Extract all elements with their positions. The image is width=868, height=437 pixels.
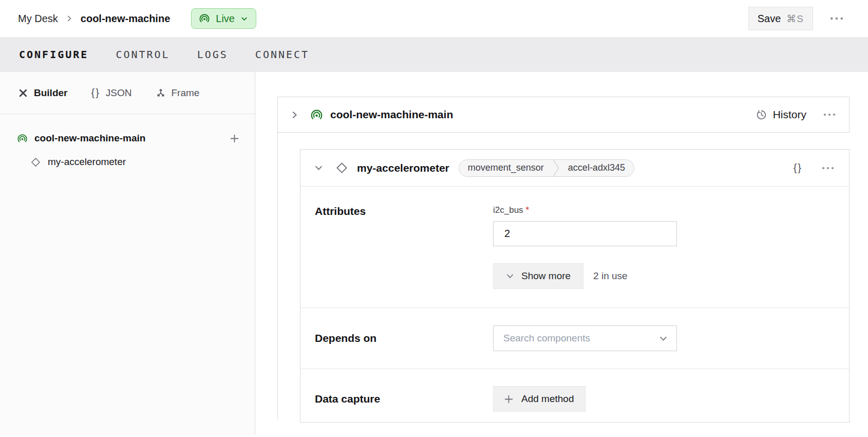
component-card-more-menu-icon[interactable] (821, 163, 835, 173)
show-more-button-label: Show more (521, 270, 571, 282)
component-tree: cool-new-machine-main my-accelerometer (0, 114, 255, 174)
breadcrumb-chevron-icon (66, 15, 73, 22)
i2c-bus-field-label: i2c_bus* (493, 205, 677, 215)
depends-on-select[interactable]: Search components (493, 325, 677, 351)
component-type-badge: movement_sensor accel-adxl345 (459, 159, 634, 177)
attributes-section-label: Attributes (300, 205, 493, 289)
tree-item-label: cool-new-machine-main (34, 133, 145, 144)
tree-connector-line (277, 133, 278, 420)
chevron-down-icon (240, 15, 248, 23)
chevron-down-icon (506, 272, 514, 280)
json-braces-icon: {} (91, 87, 100, 99)
mode-json[interactable]: {} JSON (91, 87, 131, 99)
main-nav-tabs: CONFIGURE CONTROL LOGS CONNECT (0, 37, 868, 72)
broadcast-icon (17, 133, 28, 144)
save-shortcut-hint: ⌘S (786, 13, 804, 25)
attributes-fields: i2c_bus* Show more 2 in use (493, 205, 677, 289)
data-capture-section: Data capture Add method (300, 369, 849, 422)
component-card-title: my-accelerometer (357, 162, 449, 174)
tab-logs[interactable]: LOGS (197, 48, 228, 61)
breadcrumb-parent-link[interactable]: My Desk (18, 13, 58, 25)
broadcast-icon (310, 108, 323, 121)
diamond-icon (335, 161, 348, 174)
depends-on-section-label: Depends on (300, 332, 493, 344)
add-component-icon[interactable] (230, 134, 239, 143)
machine-name-title: cool-new-machine (81, 13, 170, 25)
history-button[interactable]: History (756, 108, 806, 121)
top-bar: My Desk cool-new-machine Live Save ⌘S (0, 0, 868, 37)
mode-frame[interactable]: Frame (156, 87, 200, 99)
mode-json-label: JSON (106, 87, 132, 99)
mode-builder-label: Builder (34, 87, 67, 99)
topbar-more-menu-icon[interactable] (829, 14, 844, 23)
component-model-label: accel-adxl345 (559, 162, 634, 173)
expand-chevron-right-icon[interactable] (290, 111, 299, 119)
tree-item-machine-part[interactable]: cool-new-machine-main (17, 126, 239, 150)
i2c-bus-input[interactable] (493, 221, 677, 246)
tree-item-component[interactable]: my-accelerometer (17, 150, 239, 174)
diamond-icon (30, 157, 41, 168)
save-button-label: Save (758, 13, 781, 25)
builder-tools-icon (18, 88, 28, 98)
show-more-line: Show more 2 in use (493, 263, 677, 289)
config-main-panel: cool-new-machine-main History (255, 72, 868, 437)
frame-axes-icon (156, 88, 166, 98)
chevron-down-icon (659, 334, 668, 343)
attributes-section: Attributes i2c_bus* Show more 2 in u (300, 187, 849, 308)
edit-json-braces-icon[interactable]: {} (794, 162, 802, 174)
history-button-label: History (773, 108, 806, 121)
machine-status-dropdown[interactable]: Live (191, 8, 256, 29)
badge-separator-chevron-icon (553, 159, 559, 177)
config-mode-switcher: Builder {} JSON Frame (0, 72, 255, 114)
data-capture-section-label: Data capture (300, 393, 493, 405)
depends-on-section: Depends on Search components (300, 308, 849, 369)
config-sidebar: Builder {} JSON Frame (0, 72, 255, 435)
part-card-more-menu-icon[interactable] (822, 110, 837, 119)
machine-part-card: cool-new-machine-main History (277, 97, 850, 133)
depends-on-placeholder: Search components (503, 333, 659, 344)
add-method-button-label: Add method (521, 393, 574, 405)
status-badge-label: Live (216, 13, 235, 25)
save-button[interactable]: Save ⌘S (748, 7, 813, 30)
tab-control[interactable]: CONTROL (116, 48, 169, 61)
component-card-header: my-accelerometer movement_sensor accel-a… (300, 150, 849, 187)
mode-frame-label: Frame (172, 87, 200, 99)
add-method-button[interactable]: Add method (493, 386, 586, 412)
mode-builder[interactable]: Builder (18, 87, 67, 99)
required-asterisk: * (526, 205, 530, 215)
breadcrumb: My Desk cool-new-machine (18, 13, 170, 25)
broadcast-icon (199, 13, 210, 24)
content-area: Builder {} JSON Frame (0, 72, 868, 437)
collapse-chevron-down-icon[interactable] (314, 163, 323, 172)
component-type-label: movement_sensor (459, 162, 553, 173)
attributes-in-use-count: 2 in use (593, 270, 628, 282)
tab-connect[interactable]: CONNECT (255, 48, 309, 61)
tab-configure[interactable]: CONFIGURE (19, 48, 88, 61)
part-card-title: cool-new-machine-main (330, 108, 453, 121)
show-more-button[interactable]: Show more (493, 263, 583, 289)
component-card: my-accelerometer movement_sensor accel-a… (300, 149, 850, 423)
tree-item-label: my-accelerometer (48, 156, 126, 168)
